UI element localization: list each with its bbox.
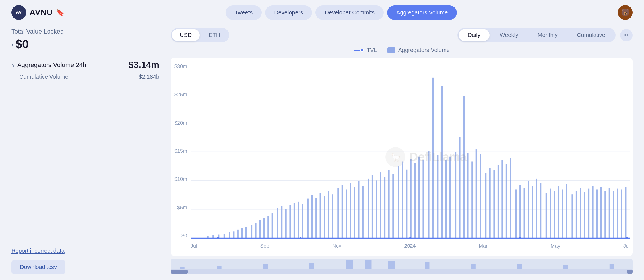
svg-rect-95: [592, 186, 594, 239]
svg-rect-85: [550, 189, 551, 239]
x-label-may: May: [550, 243, 560, 249]
aggregators-24h-value: $3.14m: [128, 60, 159, 70]
download-csv-button[interactable]: Download .csv: [11, 260, 65, 274]
svg-rect-97: [600, 187, 602, 239]
svg-rect-116: [388, 261, 395, 269]
svg-rect-26: [294, 203, 295, 239]
svg-rect-103: [625, 187, 627, 239]
tab-developers[interactable]: Developers: [265, 5, 312, 20]
svg-rect-45: [376, 180, 377, 239]
legend-tvl-icon: [354, 49, 364, 52]
svg-rect-69: [480, 154, 481, 239]
currency-tab-usd[interactable]: USD: [172, 29, 200, 41]
y-label-20m: $20m: [171, 120, 191, 126]
y-label-30m: $30m: [171, 64, 191, 70]
svg-rect-77: [515, 189, 517, 239]
svg-rect-98: [604, 191, 606, 239]
time-tab-weekly[interactable]: Weekly: [491, 29, 527, 41]
svg-rect-33: [324, 196, 325, 239]
svg-rect-68: [476, 149, 477, 239]
svg-rect-30: [311, 195, 313, 239]
legend-agg-volume: Aggregators Volume: [387, 47, 450, 53]
svg-rect-28: [302, 204, 303, 239]
scrollbar-left-handle[interactable]: [171, 270, 188, 274]
agg-chevron-icon[interactable]: ∨: [11, 62, 15, 68]
aggregators-title: Aggregators Volume 24h: [17, 61, 86, 69]
currency-tabs: USD ETH: [171, 28, 229, 42]
tab-developer-commits[interactable]: Developer Commits: [315, 5, 384, 20]
svg-rect-63: [455, 152, 456, 239]
svg-rect-61: [445, 160, 447, 239]
svg-rect-74: [501, 160, 503, 239]
svg-rect-65: [463, 96, 465, 239]
svg-rect-86: [554, 191, 555, 239]
svg-rect-51: [402, 161, 403, 239]
svg-rect-29: [307, 199, 309, 239]
svg-rect-50: [398, 166, 399, 239]
svg-rect-46: [380, 172, 381, 239]
svg-rect-87: [558, 186, 559, 239]
svg-rect-114: [346, 260, 353, 269]
svg-rect-67: [471, 161, 473, 239]
bookmark-icon[interactable]: 🔖: [56, 9, 65, 16]
svg-rect-15: [245, 227, 247, 239]
chart-scrollbar[interactable]: [171, 259, 633, 274]
y-label-25m: $25m: [171, 92, 191, 98]
svg-rect-32: [320, 193, 321, 239]
svg-rect-121: [610, 264, 614, 269]
svg-rect-58: [432, 78, 434, 239]
tvl-chevron-icon[interactable]: ›: [11, 41, 13, 48]
time-tab-cumulative[interactable]: Cumulative: [568, 29, 614, 41]
svg-rect-90: [571, 194, 573, 239]
svg-rect-43: [368, 179, 369, 239]
svg-rect-22: [277, 208, 278, 239]
svg-rect-83: [540, 183, 541, 239]
tab-aggregators-volume[interactable]: Aggregators Volume: [387, 5, 457, 20]
svg-rect-17: [255, 223, 257, 239]
svg-rect-66: [467, 153, 469, 239]
svg-rect-76: [510, 158, 511, 239]
legend-agg-volume-icon: [387, 47, 395, 53]
time-tab-monthly[interactable]: Monthly: [529, 29, 567, 41]
x-label-mar: Mar: [479, 243, 488, 249]
time-tabs: Daily Weekly Monthly Cumulative: [457, 28, 616, 42]
svg-rect-88: [562, 189, 564, 239]
nav-tabs: Tweets Developers Developer Commits Aggr…: [226, 5, 457, 20]
logo-text: AVNU: [30, 8, 53, 17]
svg-rect-21: [272, 213, 273, 239]
aggregators-title-row: ∨ Aggregators Volume 24h $3.14m: [11, 60, 159, 70]
svg-rect-40: [354, 187, 355, 239]
scrollbar-right-handle[interactable]: [627, 270, 633, 274]
svg-rect-57: [428, 151, 430, 239]
y-label-10m: $10m: [171, 176, 191, 182]
chart-controls: USD ETH Daily Weekly Monthly Cumulative …: [171, 28, 633, 42]
svg-rect-119: [517, 264, 522, 269]
currency-tab-eth[interactable]: ETH: [201, 29, 228, 41]
time-tab-daily[interactable]: Daily: [459, 29, 489, 41]
svg-rect-59: [437, 155, 439, 239]
svg-rect-84: [546, 193, 547, 239]
tab-tweets[interactable]: Tweets: [226, 5, 262, 20]
svg-rect-120: [563, 265, 568, 269]
header-right: 🐻: [618, 5, 633, 20]
svg-rect-36: [337, 188, 339, 239]
svg-rect-111: [217, 266, 221, 269]
svg-rect-31: [315, 198, 317, 239]
svg-rect-89: [566, 184, 567, 239]
svg-rect-20: [267, 216, 269, 239]
svg-rect-41: [358, 181, 360, 239]
code-icon[interactable]: <>: [620, 29, 633, 41]
svg-rect-16: [251, 225, 252, 239]
svg-rect-72: [493, 170, 495, 239]
svg-rect-110: [180, 267, 184, 269]
svg-rect-94: [588, 189, 589, 239]
x-label-sep: Sep: [260, 243, 269, 249]
svg-rect-56: [422, 160, 424, 239]
svg-rect-70: [485, 173, 486, 239]
svg-rect-42: [362, 186, 364, 239]
report-incorrect-link[interactable]: Report incorrect data: [11, 248, 159, 254]
svg-rect-82: [536, 179, 537, 239]
y-label-5m: $5m: [171, 205, 191, 211]
svg-rect-62: [449, 157, 451, 239]
scrollbar-mini-chart: [171, 259, 633, 269]
